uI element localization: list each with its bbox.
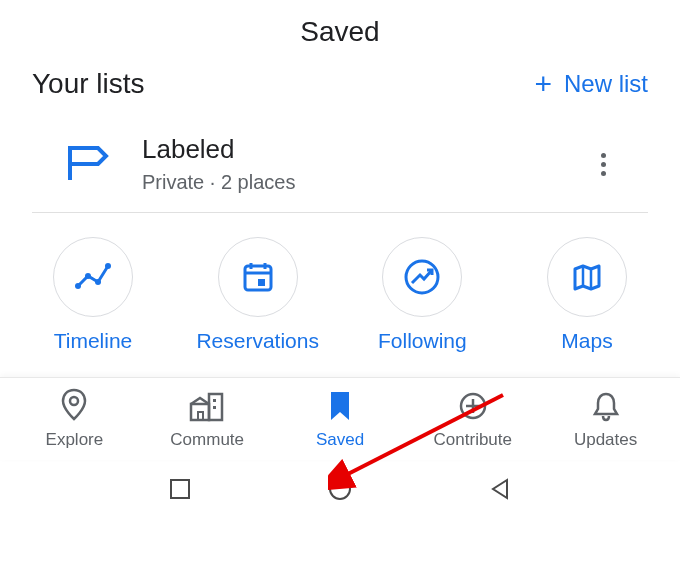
list-info: Labeled Private · 2 places	[142, 134, 591, 194]
shortcut-maps[interactable]: Maps	[512, 237, 662, 353]
plus-icon: +	[534, 69, 552, 99]
new-list-button[interactable]: + New list	[534, 69, 648, 99]
shortcut-timeline[interactable]: Timeline	[18, 237, 168, 353]
lists-header: Your lists + New list	[0, 56, 680, 108]
nav-label: Contribute	[434, 430, 512, 450]
timeline-icon	[53, 237, 133, 317]
bottom-nav: Explore Commute Saved	[0, 377, 680, 460]
page-title: Saved	[0, 0, 680, 56]
list-item[interactable]: Labeled Private · 2 places	[32, 108, 648, 213]
nav-saved[interactable]: Saved	[274, 390, 407, 450]
label-flag-icon	[64, 142, 112, 186]
system-back-button[interactable]	[470, 471, 530, 511]
more-vert-icon	[601, 153, 606, 158]
nav-label: Saved	[316, 430, 364, 450]
list-meta: Private · 2 places	[142, 171, 591, 194]
system-nav	[0, 460, 680, 514]
system-home-button[interactable]	[309, 470, 371, 512]
list-name: Labeled	[142, 134, 591, 165]
shortcut-reservations[interactable]: Reservations	[183, 237, 333, 353]
nav-label: Explore	[46, 430, 104, 450]
plus-circle-icon	[457, 390, 489, 426]
svg-point-2	[85, 273, 91, 279]
shortcut-label: Reservations	[196, 329, 319, 353]
nav-label: Commute	[170, 430, 244, 450]
shortcut-label: Following	[378, 329, 467, 353]
shortcut-label: Timeline	[54, 329, 133, 353]
more-options-button[interactable]	[591, 143, 616, 186]
trend-icon	[382, 237, 462, 317]
buildings-icon	[189, 390, 225, 426]
nav-contribute[interactable]: Contribute	[406, 390, 539, 450]
svg-point-3	[95, 279, 101, 285]
system-overview-button[interactable]	[150, 471, 210, 511]
svg-rect-7	[258, 279, 265, 286]
svg-point-4	[105, 263, 111, 269]
nav-commute[interactable]: Commute	[141, 390, 274, 450]
map-icon	[547, 237, 627, 317]
nav-explore[interactable]: Explore	[8, 388, 141, 450]
your-lists-heading: Your lists	[32, 68, 145, 100]
shortcut-label: Maps	[561, 329, 612, 353]
nav-updates[interactable]: Updates	[539, 390, 672, 450]
svg-point-1	[75, 283, 81, 289]
svg-rect-17	[213, 399, 216, 402]
svg-rect-18	[213, 406, 216, 409]
shortcut-row: Timeline Reservations Following	[0, 213, 680, 377]
svg-rect-22	[171, 480, 189, 498]
new-list-label: New list	[564, 70, 648, 98]
bookmark-icon	[327, 390, 353, 426]
nav-label: Updates	[574, 430, 637, 450]
svg-point-13	[70, 397, 78, 405]
svg-rect-5	[245, 266, 271, 290]
pin-outline-icon	[59, 388, 89, 426]
svg-point-23	[330, 479, 350, 499]
bell-icon	[591, 390, 621, 426]
calendar-icon	[218, 237, 298, 317]
shortcut-following[interactable]: Following	[347, 237, 497, 353]
